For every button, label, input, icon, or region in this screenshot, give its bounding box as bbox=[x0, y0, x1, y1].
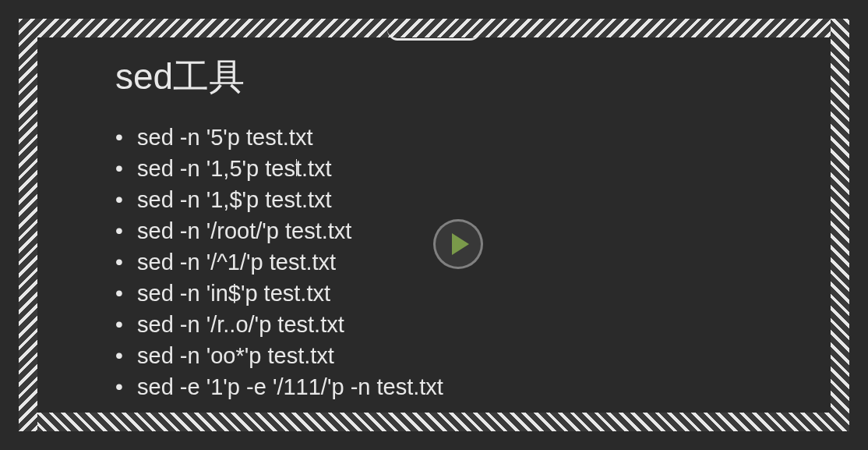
slide-title: sed工具 bbox=[115, 53, 831, 101]
frame-border-left bbox=[19, 19, 37, 431]
decorative-arc bbox=[387, 30, 481, 41]
list-item: sed -e '1'p -e '/111/'p -n test.txt bbox=[115, 371, 831, 402]
slide-frame: sed工具 sed -n '5'p test.txt sed -n '1,5'p… bbox=[0, 0, 868, 450]
slide-content: sed工具 sed -n '5'p test.txt sed -n '1,5'p… bbox=[37, 37, 831, 413]
frame-border-right bbox=[831, 19, 849, 431]
frame-border-bottom bbox=[19, 413, 849, 431]
list-item: sed -n '5'p test.txt bbox=[115, 122, 831, 153]
list-item: sed -n 'in$'p test.txt bbox=[115, 278, 831, 309]
list-item: sed -n '1,5'p test.txt bbox=[115, 153, 831, 184]
play-button[interactable] bbox=[433, 219, 483, 269]
list-item: sed -n '1,$'p test.txt bbox=[115, 184, 831, 215]
list-item: sed -n '/r..o/'p test.txt bbox=[115, 309, 831, 340]
text-cursor bbox=[296, 159, 297, 176]
list-item: sed -n 'oo*'p test.txt bbox=[115, 340, 831, 371]
